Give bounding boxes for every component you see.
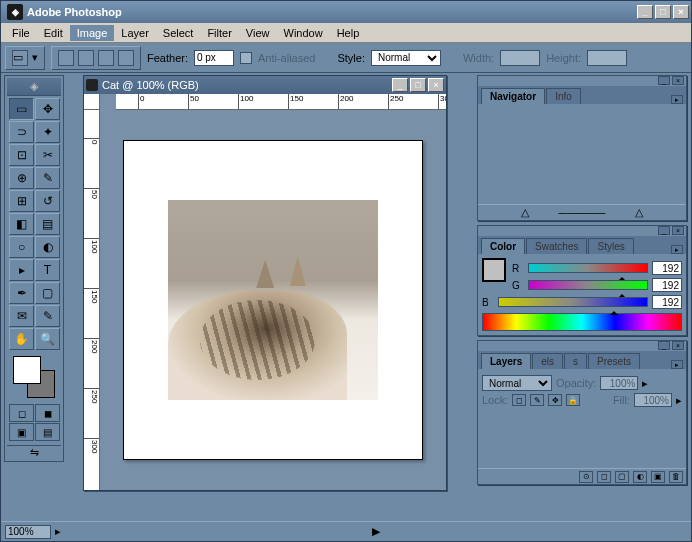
canvas-background[interactable] xyxy=(100,110,446,490)
width-input[interactable] xyxy=(500,50,540,66)
fill-input[interactable] xyxy=(634,393,672,407)
minimize-button[interactable]: _ xyxy=(637,5,653,19)
menu-edit[interactable]: Edit xyxy=(37,25,70,41)
tab-swatches[interactable]: Swatches xyxy=(526,238,587,254)
b-input[interactable] xyxy=(652,295,682,309)
canvas[interactable] xyxy=(123,140,423,460)
selection-subtract-icon[interactable] xyxy=(98,50,114,66)
hand-tool[interactable]: ✋ xyxy=(9,328,34,350)
lasso-tool[interactable]: ⊃ xyxy=(9,121,34,143)
maximize-button[interactable]: □ xyxy=(655,5,671,19)
layers-list[interactable] xyxy=(482,409,682,464)
stamp-tool[interactable]: ⊞ xyxy=(9,190,34,212)
quickmask-on-icon[interactable]: ◼ xyxy=(35,404,60,422)
status-chevron-icon[interactable]: ▸ xyxy=(55,525,61,538)
layer-set-icon[interactable]: ▢ xyxy=(615,471,629,483)
antialiased-checkbox[interactable] xyxy=(240,52,252,64)
color-swatches[interactable] xyxy=(13,356,55,398)
status-play-icon[interactable]: ▶ xyxy=(372,525,380,538)
panel-menu-button[interactable]: ▸ xyxy=(671,360,683,369)
tab-presets[interactable]: Presets xyxy=(588,353,640,369)
lock-position-icon[interactable]: ✥ xyxy=(548,394,562,406)
color-preview-swatch[interactable] xyxy=(482,258,506,282)
panel-close-button[interactable]: × xyxy=(672,226,684,235)
ruler-horizontal[interactable]: 0 50 100 150 200 250 300 xyxy=(116,94,446,110)
eyedropper-tool[interactable]: ✎ xyxy=(35,305,60,327)
eraser-tool[interactable]: ◧ xyxy=(9,213,34,235)
slice-tool[interactable]: ✂ xyxy=(35,144,60,166)
heal-tool[interactable]: ⊕ xyxy=(9,167,34,189)
tab-paths[interactable]: s xyxy=(564,353,587,369)
chevron-down-icon[interactable]: ▾ xyxy=(32,51,38,64)
selection-new-icon[interactable] xyxy=(58,50,74,66)
menu-image[interactable]: Image xyxy=(70,25,115,41)
g-input[interactable] xyxy=(652,278,682,292)
zoom-input[interactable] xyxy=(5,525,51,539)
menu-view[interactable]: View xyxy=(239,25,277,41)
doc-minimize-button[interactable]: _ xyxy=(392,78,408,92)
layer-style-icon[interactable]: ⊙ xyxy=(579,471,593,483)
brush-tool[interactable]: ✎ xyxy=(35,167,60,189)
screen-full-menubar-icon[interactable]: ▤ xyxy=(35,423,60,441)
zoom-in-icon[interactable]: △ xyxy=(635,206,643,219)
path-tool[interactable]: ▸ xyxy=(9,259,34,281)
r-input[interactable] xyxy=(652,261,682,275)
menu-layer[interactable]: Layer xyxy=(114,25,156,41)
lock-transparency-icon[interactable]: ◻ xyxy=(512,394,526,406)
wand-tool[interactable]: ✦ xyxy=(35,121,60,143)
tab-info[interactable]: Info xyxy=(546,88,581,104)
selection-add-icon[interactable] xyxy=(78,50,94,66)
chevron-down-icon[interactable]: ▸ xyxy=(676,394,682,407)
imageready-icon[interactable]: ⇋ xyxy=(7,445,61,459)
b-slider[interactable] xyxy=(498,297,648,307)
tab-navigator[interactable]: Navigator xyxy=(481,88,545,104)
history-brush-tool[interactable]: ↺ xyxy=(35,190,60,212)
marquee-tool-preset-icon[interactable]: ▭ xyxy=(12,50,28,66)
menu-select[interactable]: Select xyxy=(156,25,201,41)
zoom-tool[interactable]: 🔍 xyxy=(35,328,60,350)
g-slider[interactable] xyxy=(528,280,648,290)
move-tool[interactable]: ✥ xyxy=(35,98,60,120)
panel-close-button[interactable]: × xyxy=(672,76,684,85)
doc-close-button[interactable]: × xyxy=(428,78,444,92)
panel-close-button[interactable]: × xyxy=(672,341,684,350)
document-titlebar[interactable]: Cat @ 100% (RGB) _ □ × xyxy=(84,76,446,94)
ruler-origin[interactable] xyxy=(84,94,100,110)
r-slider[interactable] xyxy=(528,263,648,273)
layer-mask-icon[interactable]: ◻ xyxy=(597,471,611,483)
blend-mode-select[interactable]: Normal xyxy=(482,375,552,391)
chevron-down-icon[interactable]: ▸ xyxy=(642,377,648,390)
zoom-out-icon[interactable]: △ xyxy=(521,206,529,219)
selection-intersect-icon[interactable] xyxy=(118,50,134,66)
zoom-slider[interactable]: ────── xyxy=(559,207,606,219)
blur-tool[interactable]: ○ xyxy=(9,236,34,258)
tab-channels[interactable]: els xyxy=(532,353,563,369)
panel-minimize-button[interactable]: _ xyxy=(658,341,670,350)
doc-maximize-button[interactable]: □ xyxy=(410,78,426,92)
notes-tool[interactable]: ✉ xyxy=(9,305,34,327)
tab-color[interactable]: Color xyxy=(481,238,525,254)
lock-all-icon[interactable]: 🔒 xyxy=(566,394,580,406)
menu-file[interactable]: File xyxy=(5,25,37,41)
lock-pixels-icon[interactable]: ✎ xyxy=(530,394,544,406)
delete-layer-icon[interactable]: 🗑 xyxy=(669,471,683,483)
menu-window[interactable]: Window xyxy=(277,25,330,41)
color-spectrum[interactable] xyxy=(482,313,682,331)
panel-minimize-button[interactable]: _ xyxy=(658,76,670,85)
height-input[interactable] xyxy=(587,50,627,66)
navigator-thumbnail[interactable] xyxy=(478,104,686,204)
panel-minimize-button[interactable]: _ xyxy=(658,226,670,235)
pen-tool[interactable]: ✒ xyxy=(9,282,34,304)
toolbox-header[interactable]: ◈ xyxy=(7,78,61,96)
opacity-input[interactable] xyxy=(600,376,638,390)
new-layer-icon[interactable]: ▣ xyxy=(651,471,665,483)
screen-standard-icon[interactable]: ▣ xyxy=(9,423,34,441)
crop-tool[interactable]: ⊡ xyxy=(9,144,34,166)
tab-styles[interactable]: Styles xyxy=(588,238,633,254)
menu-help[interactable]: Help xyxy=(330,25,367,41)
panel-menu-button[interactable]: ▸ xyxy=(671,245,683,254)
ruler-vertical[interactable]: 0 50 100 150 200 250 300 xyxy=(84,110,100,490)
adjustment-layer-icon[interactable]: ◐ xyxy=(633,471,647,483)
shape-tool[interactable]: ▢ xyxy=(35,282,60,304)
marquee-tool[interactable]: ▭ xyxy=(9,98,34,120)
